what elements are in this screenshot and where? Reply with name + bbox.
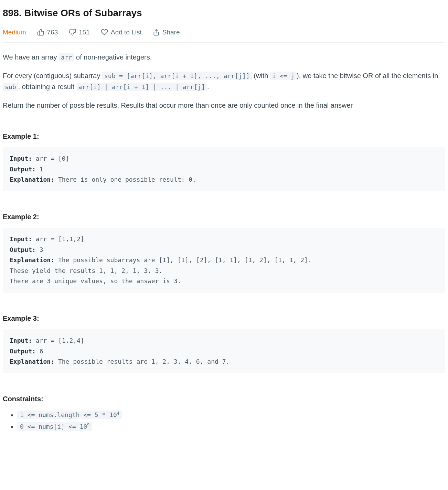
example-1-heading: Example 1: xyxy=(3,131,445,142)
desc-paragraph-3: Return the number of possible results. R… xyxy=(3,100,445,111)
share-icon xyxy=(153,29,160,36)
problem-description: We have an array arr of non-negative int… xyxy=(3,52,445,111)
difficulty-badge: Medium xyxy=(3,27,26,38)
inline-code: arr xyxy=(59,53,74,62)
constraint-item: 0 <= nums[i] <= 109 xyxy=(17,422,445,432)
desc-paragraph-1: We have an array arr of non-negative int… xyxy=(3,52,445,63)
example-3-block: Input: arr = [1,2,4] Output: 6 Explanati… xyxy=(3,329,445,373)
inline-code: i <= j xyxy=(270,72,297,80)
example-3-heading: Example 3: xyxy=(3,313,445,324)
example-1-block: Input: arr = [0] Output: 1 Explanation: … xyxy=(3,147,445,191)
share-label: Share xyxy=(162,27,180,38)
add-to-list-button[interactable]: Add to List xyxy=(101,27,142,38)
add-to-list-label: Add to List xyxy=(111,27,142,38)
meta-row: Medium 763 151 Add to List Share xyxy=(3,27,445,43)
constraint-code: 1 <= nums.length <= 5 * 104 xyxy=(17,411,122,419)
desc-paragraph-2: For every (contiguous) subarray sub = [a… xyxy=(3,70,445,92)
thumbs-down-icon xyxy=(69,29,76,36)
dislike-button[interactable]: 151 xyxy=(69,27,90,38)
inline-code: arr[i] | arr[i + 1] | ... | arr[j] xyxy=(76,83,207,91)
share-button[interactable]: Share xyxy=(153,27,180,38)
example-2-heading: Example 2: xyxy=(3,211,445,222)
like-button[interactable]: 763 xyxy=(37,27,58,38)
problem-title: 898. Bitwise ORs of Subarrays xyxy=(3,6,445,21)
constraint-item: 1 <= nums.length <= 5 * 104 xyxy=(17,410,445,420)
constraints-heading: Constraints: xyxy=(3,393,445,404)
constraints-list: 1 <= nums.length <= 5 * 104 0 <= nums[i]… xyxy=(3,410,445,432)
inline-code: sub xyxy=(3,83,18,91)
heart-icon xyxy=(101,29,108,36)
dislikes-count: 151 xyxy=(79,27,90,38)
inline-code: sub = [arr[i], arr[i + 1], ..., arr[j]] xyxy=(102,72,252,80)
constraint-code: 0 <= nums[i] <= 109 xyxy=(17,422,92,431)
example-2-block: Input: arr = [1,1,2] Output: 3 Explanati… xyxy=(3,228,445,293)
thumbs-up-icon xyxy=(37,29,44,36)
likes-count: 763 xyxy=(47,27,58,38)
